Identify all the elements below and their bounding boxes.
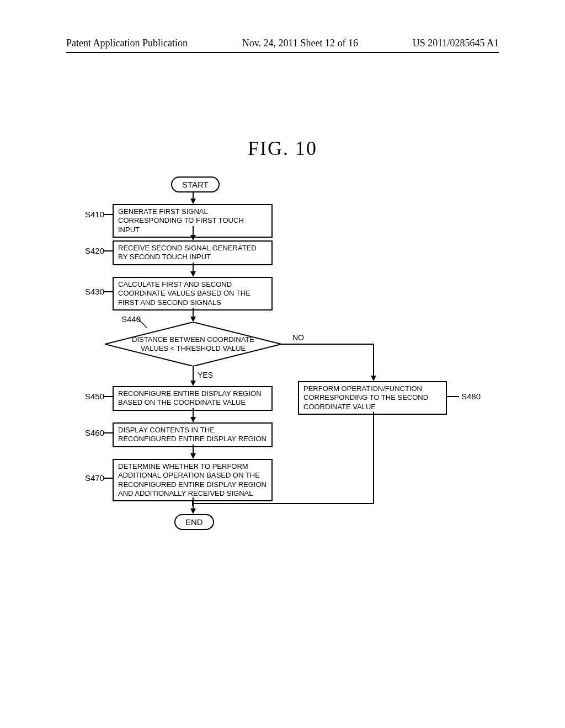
arrowhead-icon xyxy=(190,199,196,204)
header-right: US 2011/0285645 A1 xyxy=(413,38,499,49)
connector xyxy=(281,344,374,345)
arrowhead-icon xyxy=(190,453,196,459)
connector xyxy=(104,291,113,292)
label-s450: S450 xyxy=(85,392,104,401)
connector xyxy=(447,396,459,397)
connector xyxy=(193,503,374,504)
process-s470: DETERMINE WHETHER TO PERFORM ADDITIONAL … xyxy=(113,459,273,501)
connector xyxy=(373,412,374,503)
arrowhead-icon xyxy=(371,376,376,381)
label-s410: S410 xyxy=(85,210,104,219)
process-s430: CALCULATE FIRST AND SECOND COORDINATE VA… xyxy=(113,277,273,311)
header-left: Patent Application Publication xyxy=(66,38,188,49)
arrowhead-icon xyxy=(190,417,196,422)
label-s460: S460 xyxy=(85,428,104,437)
label-s420: S420 xyxy=(85,246,104,255)
label-s430: S430 xyxy=(85,287,104,296)
header-center: Nov. 24, 2011 Sheet 12 of 16 xyxy=(242,38,358,49)
label-s480: S480 xyxy=(461,392,481,401)
connector xyxy=(104,214,113,215)
label-s470: S470 xyxy=(85,473,104,483)
header-rule xyxy=(66,52,499,53)
merge-tick xyxy=(192,500,193,506)
connector xyxy=(373,344,374,377)
label-pointer-icon xyxy=(137,318,150,331)
process-s420: RECEIVE SECOND SIGNAL GENERATED BY SECON… xyxy=(113,240,273,265)
decision-s440-text: DISTANCE BETWEEN COORDINATE VALUES < THR… xyxy=(105,322,281,366)
arrowhead-icon xyxy=(190,235,196,240)
process-s480: PERFORM OPERATION/FUNCTION CORRESPONDING… xyxy=(298,381,447,415)
svg-line-1 xyxy=(137,318,147,328)
figure-title: FIG. 10 xyxy=(0,137,565,160)
process-s450: RECONFIGURE ENTIRE DISPLAY REGION BASED … xyxy=(113,386,273,411)
connector xyxy=(104,478,113,479)
process-s460: DISPLAY CONTENTS IN THE RECONFIGURED ENT… xyxy=(113,422,273,447)
connector xyxy=(104,396,113,397)
page: Patent Application Publication Nov. 24, … xyxy=(0,0,565,728)
arrowhead-icon xyxy=(190,381,196,386)
connector xyxy=(193,366,194,382)
decision-s440: DISTANCE BETWEEN COORDINATE VALUES < THR… xyxy=(105,322,281,366)
arrowhead-icon xyxy=(190,271,196,277)
label-no: NO xyxy=(292,333,304,342)
flowchart: START GENERATE FIRST SIGNAL CORRESPONDIN… xyxy=(77,176,497,607)
arrowhead-icon xyxy=(190,317,196,322)
page-header: Patent Application Publication Nov. 24, … xyxy=(66,38,499,49)
terminator-start: START xyxy=(171,176,220,192)
arrowhead-icon xyxy=(190,508,196,514)
connector xyxy=(104,250,113,251)
connector xyxy=(104,432,113,433)
terminator-end: END xyxy=(174,514,214,530)
label-yes: YES xyxy=(198,371,213,379)
